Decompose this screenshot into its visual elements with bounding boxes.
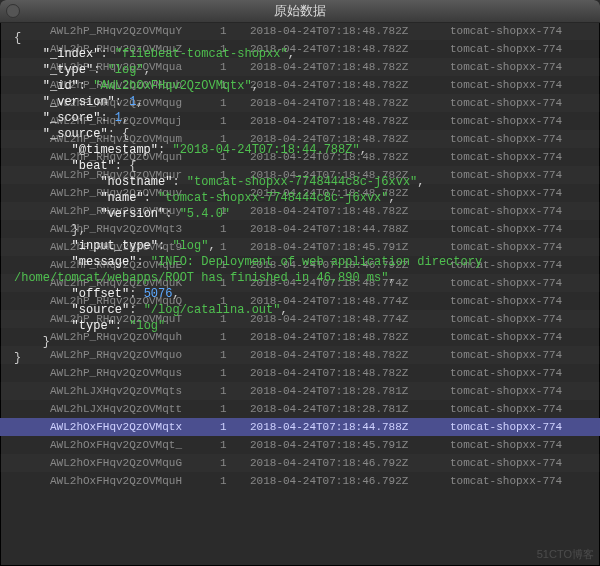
row-host: tomcat-shopxx-774 [450, 220, 600, 238]
table-row[interactable]: AWL2hOxFHqv2QzOVMqtx12018-04-24T07:18:44… [0, 418, 600, 436]
row-timestamp: 2018-04-24T07:18:46.792Z [250, 454, 450, 472]
row-timestamp: 2018-04-24T07:18:46.792Z [250, 472, 450, 490]
table-row[interactable]: AWL2hOxFHqv2QzOVMquH12018-04-24T07:18:46… [0, 472, 600, 490]
row-count: 1 [220, 94, 250, 112]
close-icon[interactable] [6, 4, 20, 18]
titlebar: 原始数据 [0, 0, 600, 23]
row-host: tomcat-shopxx-774 [450, 382, 600, 400]
row-count: 1 [220, 400, 250, 418]
row-timestamp: 2018-04-24T07:18:28.781Z [250, 382, 450, 400]
row-host: tomcat-shopxx-774 [450, 148, 600, 166]
row-id: AWL2hLJXHqv2QzOVMqts [0, 382, 220, 400]
row-host: tomcat-shopxx-774 [450, 184, 600, 202]
row-id: AWL2hOxFHqv2QzOVMqt_ [0, 436, 220, 454]
row-host: tomcat-shopxx-774 [450, 310, 600, 328]
row-id: AWL2hP_RHqv2QzOVMquY [0, 22, 220, 40]
row-host: tomcat-shopxx-774 [450, 436, 600, 454]
row-count: 1 [220, 346, 250, 364]
row-timestamp: 2018-04-24T07:18:48.782Z [250, 94, 450, 112]
row-host: tomcat-shopxx-774 [450, 166, 600, 184]
row-count: 1 [220, 220, 250, 238]
row-host: tomcat-shopxx-774 [450, 58, 600, 76]
row-count: 1 [220, 364, 250, 382]
row-host: tomcat-shopxx-774 [450, 202, 600, 220]
row-host: tomcat-shopxx-774 [450, 238, 600, 256]
row-timestamp: 2018-04-24T07:18:48.782Z [250, 328, 450, 346]
row-timestamp: 2018-04-24T07:18:48.782Z [250, 346, 450, 364]
row-count: 1 [220, 436, 250, 454]
row-id: AWL2hOxFHqv2QzOVMquG [0, 454, 220, 472]
row-count: 1 [220, 454, 250, 472]
row-host: tomcat-shopxx-774 [450, 40, 600, 58]
row-count: 1 [220, 238, 250, 256]
row-host: tomcat-shopxx-774 [450, 454, 600, 472]
row-timestamp: 2018-04-24T07:18:48.782Z [250, 364, 450, 382]
row-host: tomcat-shopxx-774 [450, 418, 600, 436]
row-count: 1 [220, 418, 250, 436]
row-timestamp: 2018-04-24T07:18:44.788Z [250, 220, 450, 238]
row-count: 1 [220, 328, 250, 346]
row-id: AWL2hLJXHqv2QzOVMqtt [0, 400, 220, 418]
table-row[interactable]: AWL2hP_RHqv2QzOVMqus12018-04-24T07:18:48… [0, 364, 600, 382]
row-timestamp: 2018-04-24T07:18:45.791Z [250, 238, 450, 256]
row-count: 1 [220, 112, 250, 130]
table-row[interactable]: AWL2hP_RHqv2QzOVMquY12018-04-24T07:18:48… [0, 22, 600, 40]
row-timestamp: 2018-04-24T07:18:45.791Z [250, 436, 450, 454]
row-count: 1 [220, 22, 250, 40]
row-timestamp: 2018-04-24T07:18:48.782Z [250, 112, 450, 130]
row-count: 1 [220, 472, 250, 490]
row-host: tomcat-shopxx-774 [450, 472, 600, 490]
row-host: tomcat-shopxx-774 [450, 274, 600, 292]
table-row[interactable]: AWL2hLJXHqv2QzOVMqtt12018-04-24T07:18:28… [0, 400, 600, 418]
row-host: tomcat-shopxx-774 [450, 22, 600, 40]
row-host: tomcat-shopxx-774 [450, 364, 600, 382]
row-count: 1 [220, 382, 250, 400]
table-row[interactable]: AWL2hOxFHqv2QzOVMquG12018-04-24T07:18:46… [0, 454, 600, 472]
row-timestamp: 2018-04-24T07:18:44.788Z [250, 418, 450, 436]
row-host: tomcat-shopxx-774 [450, 346, 600, 364]
table-row[interactable]: AWL2hP_RHqv2QzOVMqt312018-04-24T07:18:44… [0, 220, 600, 238]
table-row[interactable]: AWL2hP_RHqv2QzOVMquo12018-04-24T07:18:48… [0, 346, 600, 364]
row-id: AWL2hP_RHqv2QzOVMqt3 [0, 220, 220, 238]
row-host: tomcat-shopxx-774 [450, 292, 600, 310]
row-host: tomcat-shopxx-774 [450, 76, 600, 94]
row-timestamp: 2018-04-24T07:18:48.782Z [250, 76, 450, 94]
row-id: AWL2hOxFHqv2QzOVMqtx [0, 418, 220, 436]
row-host: tomcat-shopxx-774 [450, 112, 600, 130]
table-row[interactable]: AWL2hLJXHqv2QzOVMqts12018-04-24T07:18:28… [0, 382, 600, 400]
row-host: tomcat-shopxx-774 [450, 328, 600, 346]
raw-data-window: 原始数据 AWL2hP_RHqv2QzOVMquY12018-04-24T07:… [0, 0, 600, 566]
row-timestamp: 2018-04-24T07:18:28.781Z [250, 400, 450, 418]
row-id: AWL2hP_RHqv2QzOVMquo [0, 346, 220, 364]
window-title: 原始数据 [274, 3, 326, 18]
row-host: tomcat-shopxx-774 [450, 94, 600, 112]
row-id: AWL2hP_RHqv2QzOVMqus [0, 364, 220, 382]
table-row[interactable]: AWL2hOxFHqv2QzOVMqt_12018-04-24T07:18:45… [0, 436, 600, 454]
row-host: tomcat-shopxx-774 [450, 130, 600, 148]
row-id: AWL2hOxFHqv2QzOVMquH [0, 472, 220, 490]
row-host: tomcat-shopxx-774 [450, 400, 600, 418]
row-timestamp: 2018-04-24T07:18:48.782Z [250, 22, 450, 40]
